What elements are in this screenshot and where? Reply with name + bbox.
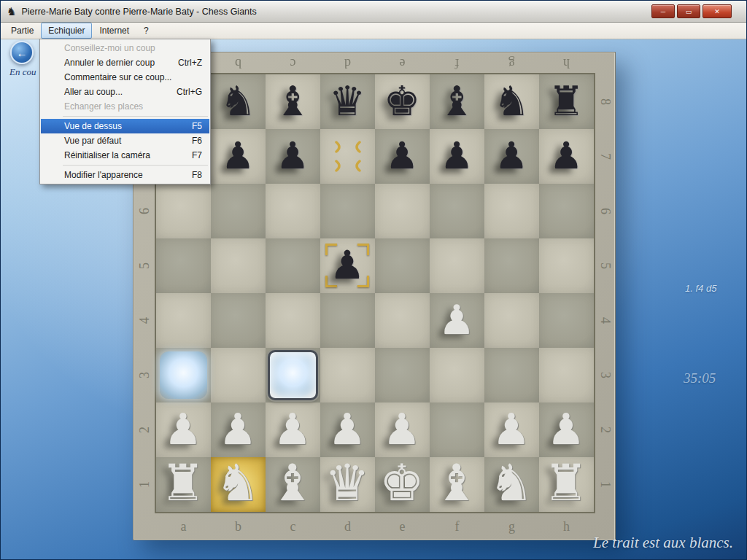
square-g5[interactable]: [484, 238, 539, 293]
file-label-g: g: [484, 515, 539, 538]
title-bar: ♞ Pierre-Marie Baty contre Pierre-Marie …: [1, 1, 746, 23]
file-label-h: h: [539, 54, 594, 73]
menu-item-shortcut: Ctrl+G: [163, 87, 202, 97]
piece-black-pawn-e7[interactable]: ♟: [385, 137, 419, 174]
piece-white-king-e1[interactable]: ♚: [379, 458, 425, 508]
rank-label-4: 4: [578, 311, 632, 330]
square-d3[interactable]: [320, 348, 375, 402]
square-b6[interactable]: [211, 184, 266, 238]
piece-white-rook-h1[interactable]: ♜: [543, 458, 589, 508]
piece-white-pawn-b2[interactable]: ♟: [219, 408, 258, 451]
close-button[interactable]: ✕: [703, 4, 732, 18]
piece-white-bishop-c1[interactable]: ♝: [270, 458, 315, 508]
square-d4[interactable]: [320, 293, 375, 348]
menu-item-vue-par-d-faut[interactable]: Vue par défautF6: [41, 133, 209, 148]
piece-white-pawn-h2[interactable]: ♟: [547, 408, 586, 451]
piece-white-bishop-f1[interactable]: ♝: [434, 458, 479, 508]
piece-white-queen-d1[interactable]: ♛: [325, 458, 370, 508]
file-label-d: d: [320, 515, 375, 538]
square-e4[interactable]: [375, 293, 430, 348]
square-f3[interactable]: [430, 348, 484, 402]
square-c5[interactable]: [266, 238, 320, 293]
piece-white-pawn-e2[interactable]: ♟: [383, 408, 422, 451]
rank-label-8: 8: [578, 92, 632, 112]
piece-white-pawn-c2[interactable]: ♟: [274, 408, 312, 451]
menu-bar: PartieEchiquierInternet?: [1, 23, 746, 39]
menu-partie[interactable]: Partie: [4, 23, 41, 39]
square-e6[interactable]: [375, 184, 430, 238]
menu-item-label: Réinitialiser la caméra: [64, 150, 150, 160]
square-g6[interactable]: [484, 184, 539, 238]
piece-black-rook-h8[interactable]: ♜: [548, 81, 584, 122]
piece-black-king-e8[interactable]: ♚: [384, 81, 420, 122]
square-b4[interactable]: [211, 293, 266, 348]
menu-item-commentaire-sur-ce-coup[interactable]: Commentaire sur ce coup...: [41, 70, 209, 85]
piece-black-pawn-h7[interactable]: ♟: [549, 137, 583, 174]
square-f6[interactable]: [430, 184, 484, 238]
square-f5[interactable]: [430, 238, 484, 293]
piece-black-knight-g8[interactable]: ♞: [493, 81, 530, 122]
square-c4[interactable]: [266, 293, 320, 348]
rank-label-5: 5: [117, 256, 172, 276]
piece-black-pawn-b7[interactable]: ♟: [221, 137, 255, 174]
square-d6[interactable]: [320, 184, 375, 238]
file-label-f: f: [430, 54, 484, 73]
minimize-button[interactable]: ─: [651, 4, 675, 18]
piece-white-rook-a1[interactable]: ♜: [160, 458, 206, 508]
menu-help[interactable]: ?: [136, 23, 156, 39]
menu-item-annuler-le-dernier-coup[interactable]: Annuler le dernier coupCtrl+Z: [41, 55, 209, 70]
file-label-c: c: [266, 515, 320, 538]
square-e5[interactable]: [375, 238, 430, 293]
chess-board[interactable]: ♜♞♝♛♚♝♞♜♟♟♟♟♟♟♟♟♟♟♟♟♟♟♟♟♜♞♝♛♚♝♞♜: [156, 74, 594, 512]
square-b5[interactable]: [211, 238, 266, 293]
rank-label-2: 2: [578, 420, 632, 440]
square-g3[interactable]: [484, 348, 539, 402]
piece-white-knight-g1[interactable]: ♞: [489, 458, 534, 508]
piece-white-knight-b1[interactable]: ♞: [215, 458, 260, 508]
piece-black-bishop-f8[interactable]: ♝: [438, 81, 475, 122]
square-c6[interactable]: [266, 184, 320, 238]
square-g4[interactable]: [484, 293, 539, 348]
menu-item-echanger-les-places[interactable]: Echanger les places: [41, 99, 209, 114]
menu-item-label: Vue de dessus: [64, 121, 122, 131]
move-origin-marker: [320, 129, 375, 184]
piece-white-pawn-f4[interactable]: ♟: [438, 300, 475, 341]
piece-black-bishop-c8[interactable]: ♝: [274, 81, 311, 122]
menu-item-conseillez-moi-un-coup[interactable]: Conseillez-moi un coup: [41, 41, 209, 55]
piece-black-pawn-f7[interactable]: ♟: [440, 137, 473, 174]
echiquier-menu-dropdown: Conseillez-moi un coupAnnuler le dernier…: [39, 39, 211, 184]
rank-label-6: 6: [578, 201, 632, 221]
window-controls: ─▭✕: [651, 4, 740, 18]
square-b3[interactable]: [211, 348, 266, 402]
file-label-e: e: [375, 54, 430, 73]
piece-black-queen-d8[interactable]: ♛: [329, 81, 365, 122]
menu-item-label: Aller au coup...: [64, 87, 123, 97]
piece-white-pawn-g2[interactable]: ♟: [492, 408, 531, 451]
piece-black-knight-b8[interactable]: ♞: [220, 81, 256, 122]
legal-move-highlight-c3[interactable]: [268, 350, 318, 400]
menu-item-modifier-l-apparence[interactable]: Modifier l'apparenceF8: [41, 168, 209, 182]
file-labels-bottom: abcdefgh: [156, 515, 594, 538]
menu-item-aller-au-coup[interactable]: Aller au coup...Ctrl+G: [41, 85, 209, 99]
menu-separator: [63, 165, 208, 166]
menu-item-r-initialiser-la-cam-ra[interactable]: Réinitialiser la caméraF7: [41, 148, 209, 163]
menu-echiquier[interactable]: Echiquier: [41, 23, 92, 39]
file-label-h: h: [539, 515, 594, 538]
window-title: Pierre-Marie Baty contre Pierre-Marie Ba…: [21, 7, 256, 17]
back-button[interactable]: ←: [10, 41, 34, 64]
game-clock: 35:05: [684, 370, 716, 386]
menu-internet[interactable]: Internet: [92, 23, 136, 39]
menu-item-label: Modifier l'apparence: [64, 170, 143, 180]
menu-item-vue-de-dessus[interactable]: Vue de dessusF5: [41, 119, 209, 133]
menu-item-shortcut: Ctrl+Z: [165, 58, 202, 68]
piece-white-pawn-a2[interactable]: ♟: [164, 408, 203, 451]
app-icon: ♞: [7, 5, 16, 18]
menu-item-label: Vue par défaut: [64, 136, 121, 146]
piece-black-pawn-c7[interactable]: ♟: [276, 137, 309, 174]
piece-white-pawn-d2[interactable]: ♟: [328, 408, 367, 451]
square-f2[interactable]: [430, 402, 484, 457]
piece-black-pawn-d5[interactable]: ♟: [330, 246, 365, 285]
square-e3[interactable]: [375, 348, 430, 402]
piece-black-pawn-g7[interactable]: ♟: [495, 137, 528, 174]
maximize-button[interactable]: ▭: [677, 4, 700, 18]
